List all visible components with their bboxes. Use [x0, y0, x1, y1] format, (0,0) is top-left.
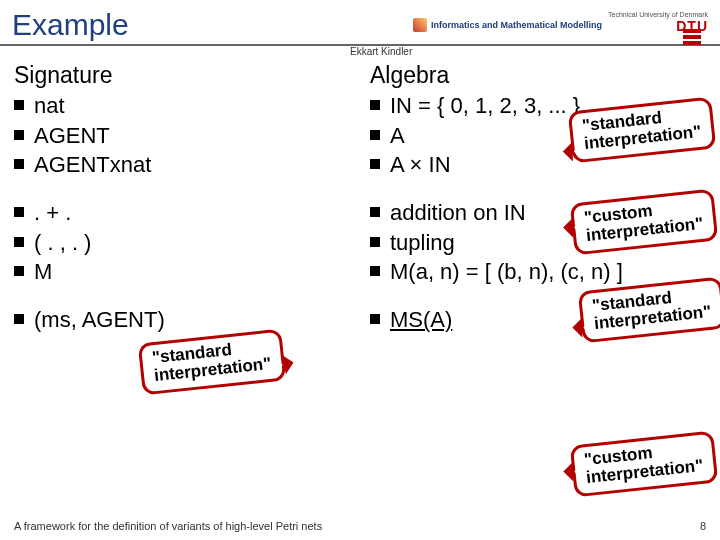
signature-heading: Signature [14, 62, 350, 89]
item-text: AGENTxnat [34, 150, 151, 180]
footer-text: A framework for the definition of varian… [14, 520, 322, 532]
list-item: nat [14, 91, 350, 121]
bullet-icon [14, 207, 24, 217]
dtu-logo: DTU [676, 18, 708, 39]
page-number: 8 [700, 520, 706, 532]
callout-custom-2: "custom interpretation" [570, 431, 718, 497]
item-text: ( . , . ) [34, 228, 91, 258]
item-text: MS(A) [390, 305, 452, 335]
list-item: A × IN [370, 150, 706, 180]
item-text: . + . [34, 198, 71, 228]
callout-text: "custom interpretation" [584, 443, 705, 487]
slide-title: Example [12, 8, 129, 42]
list-item: (ms, AGENT) [14, 305, 350, 335]
bullet-icon [370, 266, 380, 276]
algebra-heading: Algebra [370, 62, 706, 89]
bullet-icon [370, 159, 380, 169]
bullet-icon [370, 314, 380, 324]
bullet-icon [14, 100, 24, 110]
item-text: IN = { 0, 1, 2, 3, ... } [390, 91, 580, 121]
bullet-icon [14, 130, 24, 140]
header-logos: Informatics and Mathematical Modelling T… [413, 11, 708, 39]
bullet-icon [14, 237, 24, 247]
list-item: AGENT [14, 121, 350, 151]
item-text: AGENT [34, 121, 110, 151]
university-name: Technical University of Denmark [608, 11, 708, 18]
dept-name: Informatics and Mathematical Modelling [431, 20, 602, 30]
dept-logo-icon [413, 18, 427, 32]
bullet-icon [370, 130, 380, 140]
item-text: M(a, n) = [ (b, n), (c, n) ] [390, 257, 623, 287]
callout-text: "standard interpretation" [582, 108, 703, 153]
item-text: (ms, AGENT) [34, 305, 165, 335]
list-item: ( . , . ) [14, 228, 350, 258]
item-text: addition on IN [390, 198, 526, 228]
bullet-icon [370, 207, 380, 217]
dtu-bars-icon [683, 35, 701, 39]
item-text: nat [34, 91, 65, 121]
signature-column: Signature nat AGENT AGENTxnat . + . ( . … [14, 62, 350, 353]
item-text: tupling [390, 228, 455, 258]
item-text: A [390, 121, 405, 151]
item-text: M [34, 257, 52, 287]
bullet-icon [14, 266, 24, 276]
bullet-icon [14, 314, 24, 324]
callout-text: "standard interpretation" [592, 288, 713, 333]
callout-text: "custom interpretation" [584, 201, 705, 245]
item-text: A × IN [390, 150, 451, 180]
list-item: M [14, 257, 350, 287]
bullet-icon [14, 159, 24, 169]
bullet-icon [370, 237, 380, 247]
callout-text: "standard interpretation" [151, 340, 272, 385]
bullet-icon [370, 100, 380, 110]
list-item: . + . [14, 198, 350, 228]
list-item: AGENTxnat [14, 150, 350, 180]
